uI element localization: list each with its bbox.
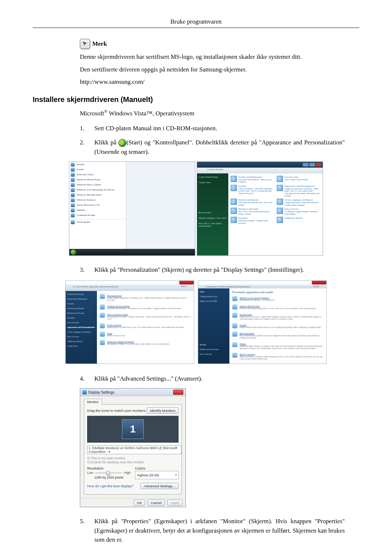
ok-button[interactable]: OK [134,500,145,506]
sm-item[interactable]: Adobe Photoshop CS3 [69,202,126,208]
sm-item[interactable]: Nàutilus [69,208,126,213]
close-button[interactable] [173,390,183,395]
cp-side-link[interactable]: Display settings to Aero style [199,217,227,219]
side-link[interactable]: Security [67,303,95,305]
close-button[interactable] [179,281,194,284]
cp-sidebar: Control Panel Home Classic View Recent T… [197,173,228,255]
side-link[interactable]: User Accounts [67,321,95,324]
step-1-text: Sett CD-platen Manual inn i CD-ROM-stasj… [94,124,345,133]
breadcrumb[interactable]: ▸ Control Panel ▸ Appearance and Persona… [66,284,194,291]
sm-item[interactable]: Windows Meeting Space [69,192,126,197]
step-2-text: Klikk på (Start) og "Kontrollpanel". Dob… [94,138,345,156]
ap-item-sidebar[interactable]: Windows Sidebar PropertiesAdd gadgets to… [100,339,191,346]
cp-side-link[interactable]: Classic View [199,181,227,184]
resolution-value: 1280 by 1024 pixels [87,476,131,479]
side-link[interactable]: Programs [67,317,95,319]
side-link[interactable]: Hardware and Sound [67,312,95,314]
pers-item-color[interactable]: Window Color and AppearanceFine tune the… [232,295,323,302]
pers-item-theme[interactable]: ThemeChange the theme. Themes can change… [232,341,323,350]
chk-extend-desktop[interactable]: ☑ Extend the desktop onto this monitor [87,460,179,464]
side-link[interactable]: Ease of Access [200,353,228,355]
identify-monitors-button[interactable]: Identify Monitors [147,407,179,414]
side-link[interactable]: System and Maintenance [67,298,95,300]
maximize-button[interactable] [309,163,315,167]
ap-item-folder[interactable]: Folder OptionsSpecify single- or double-… [100,323,191,329]
header-divider [33,28,359,28]
color-depth-select[interactable]: Highest (32 bit)▾ [135,471,179,479]
resolution-slider[interactable]: Low High [87,471,131,475]
cp-cat-ease[interactable]: Ease of AccessLet Windows suggest settin… [277,208,320,215]
side-link[interactable]: Classic View [67,345,95,347]
close-button[interactable] [312,281,326,284]
help-link-best-display[interactable]: How do I get the best display? [87,484,133,488]
cp-cat-hardware[interactable]: Hardware and SoundPlay CDs or other medi… [230,208,274,215]
monitor-preview-area[interactable]: 1 [87,416,179,443]
cp-side-link[interactable]: Play CDs or other media automatically [199,222,227,227]
sm-item[interactable]: Windows Media Player [69,177,126,182]
side-link[interactable]: Ease of Access [67,336,95,338]
sm-item[interactable]: E-mail [69,167,126,172]
cancel-button[interactable]: Cancel [148,500,165,506]
ap-item-ease[interactable]: Ease of Access CenterAccommodate low vis… [100,312,191,321]
side-link[interactable]: Change desktop icons [200,295,228,297]
screenshot-personalization: ▸ Appearance and Personalization ▸ Perso… [198,280,327,364]
note-icon [80,39,90,49]
cp-cat-programs[interactable]: ProgramsUninstall a program · Change sta… [230,217,274,224]
sm-item[interactable]: Internet [69,162,126,167]
side-link[interactable]: Additional Options [67,340,95,342]
cp-cat-system[interactable]: System and MaintenanceGet started with W… [230,176,274,183]
section-heading: Installere skjermdriveren (Manuelt) [33,95,359,104]
cp-cat-security[interactable]: SecurityCheck for updates · Check this c… [230,185,274,197]
side-link[interactable]: Network and Internet [67,307,95,309]
pers-item-screensaver[interactable]: Screen SaverChange your screen saver or … [232,312,323,321]
cp-side-link[interactable]: Control Panel Home [199,176,227,178]
ap-item-fonts[interactable]: FontsInstall or remove a font [100,331,191,338]
side-heading: See also [200,344,228,346]
advanced-settings-button[interactable]: Advanced Settings... [140,483,179,489]
breadcrumb[interactable]: Control Panel ▸ [197,168,323,173]
screenshot-control-panel: Control Panel ▸ Control Panel Home Class… [197,161,323,256]
ap-main: PersonalizationChange desktop background… [97,291,194,364]
step-2-number: 2. [80,138,94,156]
step-4-number: 4. [80,374,94,383]
cp-cat-network[interactable]: Network and InternetView network status … [230,198,274,206]
pers-sidebar: Tasks Change desktop icons Adjust font s… [198,288,229,364]
screenshot-display-settings: Display Settings Monitor Drag the icons … [80,388,186,507]
side-link[interactable]: Control Panel Home [67,293,95,295]
monitor-preview-1[interactable]: 1 [122,419,144,439]
side-link[interactable]: Adjust font size (DPI) [200,300,228,302]
pers-item-sounds[interactable]: SoundsChange which sounds are heard when… [232,323,323,329]
cp-cat-clock-lang[interactable]: Clock, Language, and RegionChange keyboa… [277,198,320,206]
page-header: Bruke programvaren [33,18,359,25]
minimize-button[interactable] [303,163,309,167]
side-link[interactable]: Clock, Language, and Region [67,331,95,333]
sm-item[interactable]: Windows Photo Gallery [69,182,126,187]
sm-item[interactable]: Command Prompt [69,213,126,218]
chk-main-monitor[interactable]: ☑ This is my main monitor [87,456,179,460]
close-button[interactable] [316,163,322,167]
ds-footer: OK Cancel Apply [80,498,185,507]
sm-item[interactable]: Windows Explorer [69,197,126,202]
sm-item[interactable]: Welcome Center [69,172,126,177]
cp-cat-additional[interactable]: Additional Options [277,217,320,224]
side-link-current[interactable]: Appearance and Personalization [67,326,95,328]
ap-sidebar: Control Panel Home System and Maintenanc… [66,291,97,364]
pers-heading: Personalize appearance and sounds [232,291,323,294]
pers-item-bg[interactable]: Desktop BackgroundChoose from available … [232,304,323,311]
breadcrumb[interactable]: ▸ Appearance and Personalization ▸ Perso… [198,284,326,288]
cp-cat-user-accounts[interactable]: User AccountsAdd or remove user accounts [277,176,320,183]
cp-cat-appearance[interactable]: Appearance and PersonalizationChange the… [277,185,320,197]
pers-item-display-settings[interactable]: Display SettingsAdjust your monitor reso… [232,352,323,361]
start-orb-icon[interactable] [70,249,76,255]
note-text-2: Den sertifiserte driveren oppgis på nett… [80,65,345,74]
apply-button[interactable]: Apply [167,500,183,506]
monitor-select[interactable]: 1. (Multiple Monitors) on NVIDIA GeForce… [87,446,181,454]
sm-item[interactable]: Windows Live Messenger Download [69,187,126,192]
os-line: Microsoft® Windows Vista™, Operativsyste… [80,109,359,117]
ap-item-personalization[interactable]: PersonalizationChange desktop background… [100,293,191,302]
ap-item-taskbar[interactable]: Taskbar and Start MenuCustomize the Star… [100,304,191,311]
pers-item-mouse[interactable]: Mouse PointersPick a different mouse poi… [232,331,323,340]
side-link[interactable]: Taskbar and Start Menu [200,348,228,350]
sm-all-programs[interactable]: All Programs [69,219,126,225]
tab-monitor[interactable]: Monitor [84,399,102,405]
